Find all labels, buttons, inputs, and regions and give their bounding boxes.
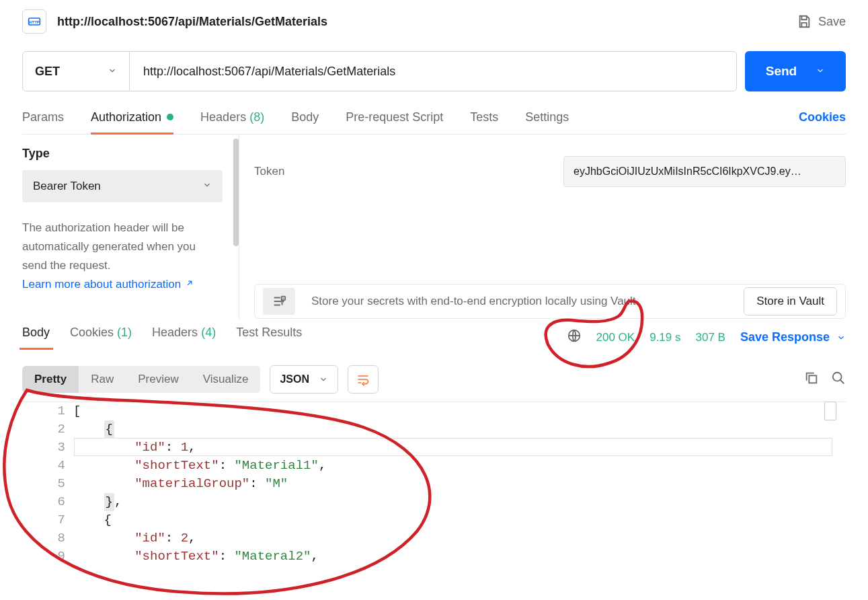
chevron-down-icon <box>319 375 328 384</box>
code-line: 9 "shortText": "Materal2", <box>22 548 846 566</box>
tab-authorization[interactable]: Authorization <box>91 110 173 134</box>
auth-type-label: Type <box>22 147 223 161</box>
resp-tab-cookies-label: Cookies <box>70 326 114 339</box>
auth-type-value: Bearer Token <box>33 180 101 193</box>
wrap-toggle[interactable] <box>348 365 379 393</box>
vault-message: Store your secrets with end-to-end encry… <box>311 295 727 308</box>
status-time: 9.19 s <box>649 331 680 344</box>
svg-rect-5 <box>809 375 816 383</box>
response-body-viewer[interactable]: 1[2 {3 "id": 1,4 "shortText": "Material1… <box>22 402 846 566</box>
resp-headers-count: (4) <box>201 326 216 339</box>
chevron-down-icon <box>836 333 846 342</box>
code-line: 5 "materialGroup": "M" <box>22 475 846 493</box>
chevron-down-icon <box>202 180 212 193</box>
chevron-down-icon <box>108 65 117 79</box>
auth-help-link[interactable]: Learn more about authorization <box>22 278 223 291</box>
http-method-icon: HTTP <box>22 9 46 34</box>
save-label: Save <box>818 15 846 29</box>
active-indicator-dot <box>167 114 173 120</box>
method-value: GET <box>35 65 60 79</box>
tab-tests[interactable]: Tests <box>470 110 498 134</box>
save-button[interactable]: Save <box>797 14 846 29</box>
token-label: Token <box>254 165 348 178</box>
view-mode-segment: Pretty Raw Preview Visualize <box>22 366 260 393</box>
tab-headers[interactable]: Headers (8) <box>200 110 264 134</box>
tab-authorization-label: Authorization <box>91 110 161 124</box>
auth-help-text: The authorization header will be automat… <box>22 219 223 275</box>
code-line: 1[ <box>22 402 846 420</box>
token-input[interactable] <box>563 156 846 187</box>
view-pretty[interactable]: Pretty <box>22 366 79 393</box>
resp-tab-testresults[interactable]: Test Results <box>236 326 302 349</box>
status-size: 307 B <box>695 331 725 344</box>
code-line: 4 "shortText": "Material1", <box>22 457 846 475</box>
tab-settings[interactable]: Settings <box>525 110 569 134</box>
request-title: http://localhost:5067/api/Materials/GetM… <box>57 15 786 29</box>
headers-count: (8) <box>249 110 264 124</box>
send-button[interactable]: Send <box>745 51 846 91</box>
svg-text:HTTP: HTTP <box>29 20 39 24</box>
send-label: Send <box>766 64 797 79</box>
view-preview[interactable]: Preview <box>126 366 190 393</box>
resp-tab-headers[interactable]: Headers (4) <box>152 326 216 349</box>
format-value: JSON <box>280 373 309 385</box>
wrap-icon <box>356 373 370 386</box>
tab-headers-label: Headers <box>200 110 246 124</box>
view-visualize[interactable]: Visualize <box>191 366 261 393</box>
globe-icon[interactable] <box>567 328 582 346</box>
resp-tab-body[interactable]: Body <box>22 326 50 349</box>
copy-icon[interactable] <box>804 371 819 388</box>
tab-params[interactable]: Params <box>22 110 64 134</box>
auth-type-select[interactable]: Bearer Token <box>22 170 223 202</box>
resp-tab-headers-label: Headers <box>152 326 198 339</box>
url-input[interactable] <box>130 51 737 91</box>
save-response-label: Save Response <box>740 330 830 344</box>
code-line: 3 "id": 1, <box>22 439 846 457</box>
vault-icon <box>263 288 295 315</box>
code-line: 6 }, <box>22 493 846 511</box>
cookies-link[interactable]: Cookies <box>799 110 846 134</box>
store-vault-button[interactable]: Store in Vault <box>744 287 837 315</box>
status-code: 200 OK <box>596 331 635 344</box>
tab-prerequest[interactable]: Pre-request Script <box>346 110 443 134</box>
chevron-down-icon <box>816 64 825 79</box>
code-line: 2 { <box>22 420 846 439</box>
code-line: 8 "id": 2, <box>22 529 846 548</box>
external-link-icon <box>185 278 194 291</box>
save-response-button[interactable]: Save Response <box>740 330 846 344</box>
method-select[interactable]: GET <box>22 51 130 91</box>
view-raw[interactable]: Raw <box>79 366 126 393</box>
save-icon <box>797 14 812 29</box>
resp-tab-cookies[interactable]: Cookies (1) <box>70 326 132 349</box>
resp-cookies-count: (1) <box>117 326 132 339</box>
auth-help-link-label: Learn more about authorization <box>22 278 181 291</box>
svg-point-6 <box>833 373 842 381</box>
svg-point-3 <box>283 298 284 299</box>
format-select[interactable]: JSON <box>270 365 338 393</box>
search-icon[interactable] <box>831 371 846 388</box>
tab-body[interactable]: Body <box>291 110 319 134</box>
code-line: 7 { <box>22 511 846 529</box>
